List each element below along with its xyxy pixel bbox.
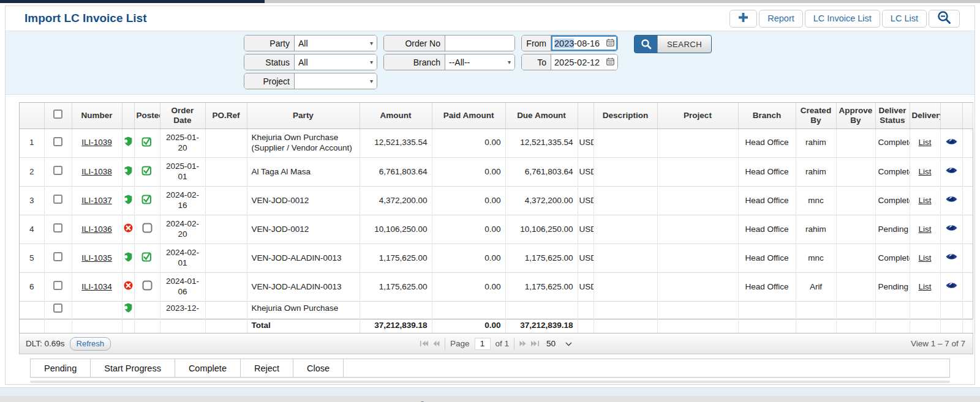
search-button-label[interactable]: SEARCH [657, 35, 711, 53]
row-checkbox[interactable] [53, 303, 62, 313]
col-header-due-amount[interactable]: Due Amount [505, 103, 578, 128]
col-header-delivery[interactable]: Delivery [910, 103, 940, 128]
table-row[interactable]: 4ILI-10362024-02-20VEN-JOD-001210,106,25… [20, 215, 973, 244]
posted-checked-icon [141, 251, 153, 262]
invoice-number-link[interactable]: ILI-1039 [81, 138, 112, 147]
col-header-party[interactable]: Party [247, 103, 360, 128]
table-row[interactable]: 3ILI-10372024-02-16VEN-JOD-00124,372,200… [20, 187, 973, 215]
row-checkbox[interactable] [53, 137, 62, 146]
pager-next-button[interactable] [519, 341, 526, 346]
lc-list-button[interactable]: LC List [882, 10, 927, 28]
view-invoice-button[interactable] [946, 167, 957, 176]
table-row[interactable]: 1ILI-10392025-01-20Khejuria Own Purchase… [20, 129, 973, 158]
view-invoice-button[interactable] [946, 196, 957, 205]
col-header-rownum[interactable] [20, 103, 44, 128]
col-header-branch[interactable]: Branch [738, 103, 796, 128]
page-input[interactable]: 1 [474, 338, 490, 350]
invoice-number-link[interactable]: ILI-1036 [81, 225, 112, 234]
cell-deliver-status: Pending [875, 215, 910, 244]
start-progress-button[interactable]: Start Progress [91, 359, 175, 377]
col-header-number[interactable]: Number [72, 103, 122, 128]
add-button[interactable] [729, 10, 757, 28]
complete-button[interactable]: Complete [175, 359, 241, 377]
delivery-list-link[interactable]: List [918, 253, 931, 262]
cell-delivery: List [910, 215, 940, 244]
zoom-out-button[interactable] [929, 10, 960, 28]
cell-order-date: 2025-01-01 [160, 158, 205, 187]
delivery-list-link[interactable]: List [918, 138, 931, 147]
to-date-input[interactable]: 2025-02-12 [551, 54, 617, 70]
cell-po-ref [205, 187, 247, 215]
branch-filter-select[interactable]: --All-- ▾ [445, 54, 514, 70]
cell-po-ref [205, 129, 247, 158]
lc-invoice-list-button[interactable]: LC Invoice List [805, 10, 880, 28]
row-checkbox[interactable] [53, 252, 62, 261]
col-header-approve-by[interactable]: Approve By [836, 103, 875, 128]
invoice-number-link[interactable]: ILI-1037 [81, 196, 112, 205]
from-date-input[interactable]: 2023-08-16 [551, 35, 617, 51]
view-invoice-button[interactable] [946, 225, 957, 234]
delivery-list-link[interactable]: List [918, 196, 931, 205]
col-header-filler[interactable] [962, 103, 973, 128]
view-invoice-button[interactable] [946, 282, 957, 291]
col-header-created-by[interactable]: Created By [796, 103, 836, 128]
invoice-number-link[interactable]: ILI-1038 [81, 167, 112, 176]
grid-header: NumberPostedOrder DatePO.RefPartyAmountP… [20, 103, 973, 129]
cell-party: Al Taga Al Masa [247, 158, 360, 187]
cell-approve-by [836, 244, 875, 273]
cell-select [44, 302, 72, 319]
col-header-order-date[interactable]: Order Date [160, 103, 205, 128]
cell-po-ref [205, 273, 247, 302]
reject-button[interactable]: Reject [241, 359, 293, 377]
delivery-list-link[interactable]: List [918, 282, 931, 291]
grid-body-viewport[interactable]: 1ILI-10392025-01-20Khejuria Own Purchase… [20, 129, 973, 319]
cell-party: Khejuria Own Purchase (Supplier / Vendor… [247, 129, 360, 158]
delivery-list-link[interactable]: List [918, 167, 931, 176]
col-header-project[interactable]: Project [657, 103, 738, 128]
party-filter-select[interactable]: All ▾ [295, 35, 377, 51]
cell-approval [122, 302, 134, 319]
row-checkbox[interactable] [53, 166, 62, 175]
view-invoice-button[interactable] [946, 253, 957, 262]
pager-first-button[interactable] [420, 341, 428, 346]
col-header-paid-amount[interactable]: Paid Amount [432, 103, 505, 128]
row-checkbox[interactable] [53, 223, 62, 233]
table-row[interactable]: 2ILI-10382025-01-01Al Taga Al Masa6,761,… [20, 158, 973, 187]
invoice-number-link[interactable]: ILI-1034 [81, 282, 112, 291]
col-header-currency[interactable] [578, 103, 594, 128]
col-header-description[interactable]: Description [594, 103, 657, 128]
col-header-amount[interactable]: Amount [360, 103, 432, 128]
cell-created-by: Arif [796, 273, 836, 302]
report-button[interactable]: Report [759, 10, 803, 28]
col-header-select[interactable] [44, 103, 72, 128]
cell-filler [962, 158, 973, 187]
col-header-po-ref[interactable]: PO.Ref [205, 103, 247, 128]
view-invoice-button[interactable] [946, 138, 957, 147]
status-filter-select[interactable]: All ▾ [295, 54, 377, 70]
pending-button[interactable]: Pending [31, 359, 91, 377]
row-checkbox[interactable] [53, 281, 62, 290]
rejected-icon [124, 281, 133, 290]
col-header-approval[interactable] [122, 103, 134, 128]
pager-last-button[interactable] [531, 341, 539, 346]
pager-prev-button[interactable] [433, 341, 440, 346]
col-header-posted[interactable]: Posted [134, 103, 160, 128]
order-no-input[interactable] [445, 35, 514, 51]
search-button[interactable]: SEARCH [634, 35, 712, 53]
table-row[interactable]: 6ILI-10342024-01-06VEN-JOD-ALADIN-00131,… [20, 273, 973, 302]
cell-select [44, 244, 72, 273]
table-row[interactable]: 2023-12-Khejuria Own Purchase [20, 302, 973, 319]
project-filter-select[interactable]: ▾ [295, 73, 377, 89]
col-header-actions[interactable] [940, 103, 962, 128]
table-row[interactable]: 5ILI-10352024-02-01VEN-JOD-ALADIN-00131,… [20, 244, 973, 273]
page-size-select[interactable]: 50 [546, 339, 572, 348]
select-all-checkbox[interactable] [53, 110, 62, 119]
cell-paid-amount: 0.00 [432, 158, 505, 187]
refresh-button[interactable]: Refresh [70, 337, 111, 351]
close-button[interactable]: Close [293, 359, 344, 377]
col-header-deliver-status[interactable]: Deliver Status [875, 103, 910, 128]
delivery-list-link[interactable]: List [918, 225, 931, 234]
eye-icon [946, 138, 957, 146]
invoice-number-link[interactable]: ILI-1035 [81, 253, 112, 262]
row-checkbox[interactable] [53, 195, 62, 204]
